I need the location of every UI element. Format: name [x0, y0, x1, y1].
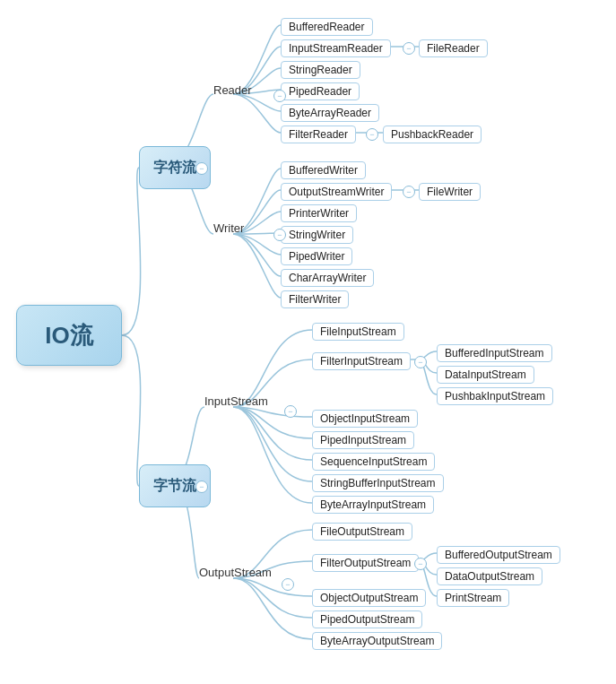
- sub-node-writer: Writer: [213, 221, 244, 235]
- collapse-InputStreamReader[interactable]: −: [403, 42, 415, 55]
- leaf-StringReader: StringReader: [281, 61, 360, 79]
- sub-node-inputstream: InputStream: [204, 394, 268, 408]
- leaf-BufferedWriter: BufferedWriter: [281, 161, 366, 179]
- leaf-BufferedReader: BufferedReader: [281, 18, 373, 36]
- sub-outputstream-label: OutputStream: [199, 566, 272, 579]
- leaf-PrinterWriter: PrinterWriter: [281, 204, 357, 222]
- leaf-StringBufferInputStream: StringBufferInputStream: [312, 474, 444, 492]
- leaf-PipedWriter: PipedWriter: [281, 247, 352, 265]
- sub-node-reader: Reader: [213, 83, 252, 97]
- collapse-FilterReader[interactable]: −: [366, 128, 378, 141]
- leaf-DataOutputStream: DataOutputStream: [437, 567, 542, 585]
- mindmap-container: IO流 字符流 字节流 Reader Writer InputStream Ou…: [0, 0, 616, 684]
- leaf-CharArrayWriter: CharArrayWriter: [281, 269, 374, 287]
- leaf-BufferedInputStream: BufferedInputStream: [437, 344, 552, 362]
- leaf-PrintStream: PrintStream: [437, 589, 509, 607]
- leaf-BufferedOutputStream: BufferedOutputStream: [437, 546, 560, 564]
- collapse-FilterOutputStream[interactable]: −: [414, 558, 427, 570]
- collapse-Reader[interactable]: −: [273, 90, 286, 102]
- collapse-Writer[interactable]: −: [273, 229, 286, 241]
- collapse-InputStream[interactable]: −: [284, 405, 297, 418]
- cat-byte-label: 字节流: [153, 477, 196, 496]
- collapse-OutputStreamWriter[interactable]: −: [403, 186, 415, 198]
- leaf-OutputStreamWriter: OutputStreamWriter: [281, 183, 392, 201]
- leaf-InputStreamReader: InputStreamReader: [281, 39, 391, 57]
- leaf-PushbakInputStream: PushbakInputStream: [437, 387, 553, 405]
- leaf-FilterWriter: FilterWriter: [281, 290, 349, 308]
- leaf-ObjectInputStream: ObjectInputStream: [312, 410, 418, 428]
- collapse-OutputStream[interactable]: −: [282, 578, 294, 591]
- sub-writer-label: Writer: [213, 221, 244, 235]
- collapse-FilterInputStream[interactable]: −: [414, 356, 427, 368]
- root-label: IO流: [45, 320, 92, 351]
- leaf-PushbackReader: PushbackReader: [383, 126, 482, 143]
- root-node: IO流: [16, 305, 122, 366]
- leaf-StringWriter: StringWriter: [281, 226, 353, 244]
- sub-inputstream-label: InputStream: [204, 394, 268, 408]
- leaf-PipedInputStream: PipedInputStream: [312, 431, 414, 449]
- leaf-FileWriter: FileWriter: [419, 183, 481, 201]
- leaf-FilterInputStream: FilterInputStream: [312, 352, 411, 370]
- leaf-ByteArrayReader: ByteArrayReader: [281, 104, 379, 122]
- leaf-FileReader: FileReader: [419, 39, 488, 57]
- leaf-FilterOutputStream: FilterOutputStream: [312, 554, 419, 572]
- collapse-byte[interactable]: −: [195, 481, 208, 493]
- leaf-DataInputStream: DataInputStream: [437, 366, 534, 384]
- leaf-ByteArrayOutputStream: ByteArrayOutputStream: [312, 632, 442, 650]
- sub-node-outputstream: OutputStream: [199, 566, 272, 579]
- leaf-FileOutputStream: FileOutputStream: [312, 523, 412, 541]
- leaf-PipedOutputStream: PipedOutputStream: [312, 610, 422, 628]
- leaf-PipedReader: PipedReader: [281, 82, 360, 100]
- leaf-ByteArrayInputStream: ByteArrayInputStream: [312, 496, 434, 514]
- leaf-SequenceInputStream: SequenceInputStream: [312, 453, 435, 471]
- cat-char-label: 字符流: [153, 159, 196, 177]
- collapse-char[interactable]: −: [195, 162, 208, 175]
- leaf-FilterReader: FilterReader: [281, 126, 356, 143]
- leaf-FileInputStream: FileInputStream: [312, 323, 404, 341]
- sub-reader-label: Reader: [213, 83, 252, 97]
- leaf-ObjectOutputStream: ObjectOutputStream: [312, 589, 426, 607]
